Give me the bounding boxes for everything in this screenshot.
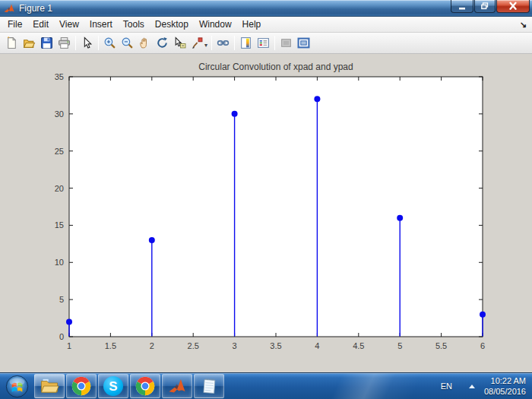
data-cursor-icon (173, 36, 186, 49)
taskbar: S (0, 372, 532, 399)
minimize-button[interactable] (451, 0, 473, 13)
stem-chart: 11.522.533.544.555.5605101520253035Circu… (0, 54, 532, 372)
new-figure-button[interactable] (3, 34, 21, 52)
svg-text:30: 30 (55, 109, 64, 119)
menubar: File Edit View Insert Tools Desktop Wind… (0, 17, 532, 33)
save-figure-button[interactable] (38, 34, 55, 52)
toolbar-separator (274, 36, 275, 50)
print-figure-icon (58, 36, 71, 49)
toolbar-separator (98, 36, 99, 50)
chrome-icon (135, 376, 155, 396)
screen: Figure 1 File Edit View Insert Tools Des… (0, 0, 532, 399)
insert-colorbar-button[interactable] (237, 34, 255, 52)
clock-time: 10:22 AM (484, 375, 526, 386)
figure-toolbar: ▾ (0, 33, 532, 54)
taskbar-button-skype[interactable]: S (98, 374, 128, 398)
taskbar-button-matlab[interactable] (162, 374, 192, 398)
zoom-in-button[interactable] (101, 34, 119, 52)
clock-date: 08/05/2016 (484, 386, 526, 397)
svg-text:Circular Convolution of xpad a: Circular Convolution of xpad and ypad (198, 62, 353, 72)
svg-text:15: 15 (55, 220, 64, 230)
taskbar-button-notepad[interactable] (194, 374, 224, 398)
edit-plot-button[interactable] (78, 34, 96, 52)
window-title: Figure 1 (19, 3, 52, 14)
skype-letter: S (109, 380, 117, 393)
menu-help[interactable]: Help (237, 17, 267, 31)
titlebar: Figure 1 (0, 0, 532, 17)
brush-data-button[interactable] (188, 34, 206, 52)
menu-view[interactable]: View (54, 17, 84, 31)
hidden-icons-arrow[interactable] (469, 385, 475, 388)
menu-window[interactable]: Window (194, 17, 237, 31)
menu-insert[interactable]: Insert (84, 17, 118, 31)
zoom-out-icon (121, 36, 134, 49)
toolbar-separator (211, 36, 212, 50)
dock-figure-arrow-icon[interactable]: ↘ (520, 20, 532, 30)
zoom-in-icon (103, 36, 116, 49)
taskbar-button-chrome[interactable] (66, 374, 97, 398)
svg-text:1: 1 (67, 341, 71, 350)
svg-text:20: 20 (55, 184, 64, 193)
data-cursor-button[interactable] (171, 34, 188, 52)
toolbar-separator (234, 36, 235, 50)
windows-start-icon (5, 375, 29, 398)
language-indicator[interactable]: EN (433, 382, 460, 391)
edit-plot-cursor-icon (81, 36, 93, 49)
pan-hand-icon (138, 36, 151, 49)
svg-text:3: 3 (233, 341, 237, 350)
print-figure-button[interactable] (55, 34, 73, 52)
svg-text:5.5: 5.5 (435, 341, 447, 350)
new-figure-icon (5, 36, 18, 49)
svg-text:0: 0 (59, 332, 64, 341)
taskbar-button-explorer[interactable] (34, 374, 65, 398)
zoom-out-button[interactable] (119, 34, 136, 52)
svg-text:4.5: 4.5 (353, 341, 364, 350)
close-icon (507, 2, 519, 11)
svg-text:35: 35 (55, 72, 64, 81)
restore-button[interactable] (474, 0, 496, 13)
hide-plot-tools-button[interactable] (277, 34, 295, 52)
window-controls (450, 0, 530, 13)
menu-file[interactable]: File (2, 17, 27, 31)
svg-text:6: 6 (480, 341, 485, 350)
system-tray: EN 10:22 AM 08/05/2016 (433, 373, 532, 399)
minimize-icon (457, 2, 467, 11)
menu-desktop[interactable]: Desktop (150, 17, 194, 31)
svg-text:3.5: 3.5 (270, 341, 281, 350)
toolbar-separator (75, 36, 76, 50)
figure-canvas: 11.522.533.544.555.5605101520253035Circu… (0, 54, 532, 372)
taskbar-button-chrome-2[interactable] (130, 374, 160, 398)
svg-text:2: 2 (150, 341, 154, 350)
matlab-window-icon (3, 2, 15, 14)
show-plot-tools-dock-button[interactable] (295, 34, 312, 52)
svg-text:4: 4 (315, 341, 319, 350)
rotate-3d-icon (156, 36, 169, 49)
chrome-icon (71, 376, 91, 396)
show-plot-tools-dock-icon (297, 36, 310, 49)
link-plot-button[interactable] (214, 34, 232, 52)
svg-text:5: 5 (397, 341, 402, 350)
close-button[interactable] (496, 0, 530, 13)
brush-dropdown-caret-icon[interactable]: ▾ (204, 42, 207, 49)
link-plot-icon (217, 36, 230, 49)
svg-text:10: 10 (55, 258, 64, 267)
open-file-button[interactable] (21, 34, 38, 52)
menu-tools[interactable]: Tools (118, 17, 150, 31)
restore-icon (480, 2, 490, 11)
svg-text:5: 5 (59, 295, 64, 304)
svg-text:2.5: 2.5 (188, 341, 199, 350)
start-button[interactable] (0, 373, 33, 399)
taskbar-clock[interactable]: 10:22 AM 08/05/2016 (484, 375, 532, 397)
save-figure-icon (40, 36, 53, 49)
insert-legend-button[interactable] (255, 34, 272, 52)
menu-edit[interactable]: Edit (27, 17, 54, 31)
svg-text:1.5: 1.5 (105, 341, 116, 350)
hide-plot-tools-icon (280, 36, 293, 49)
skype-icon: S (103, 376, 123, 396)
matlab-icon (167, 376, 187, 396)
open-file-icon (23, 36, 36, 49)
pan-button[interactable] (136, 34, 154, 52)
rotate-3d-button[interactable] (154, 34, 171, 52)
svg-text:25: 25 (55, 147, 64, 156)
insert-colorbar-icon (239, 36, 252, 49)
